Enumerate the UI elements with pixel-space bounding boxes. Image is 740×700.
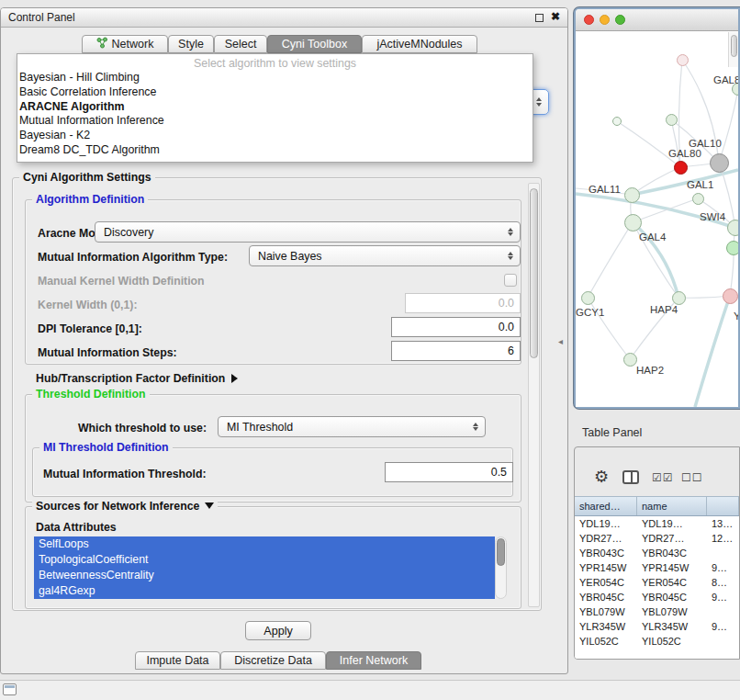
mi-threshold-group-title: MI Threshold Definition [39, 441, 173, 454]
tab-discretize-data[interactable]: Discretize Data [220, 651, 326, 670]
cell: 13… [707, 516, 739, 531]
attribute-list-item[interactable]: BetweennessCentrality [34, 568, 495, 583]
combo-arrows-icon [473, 423, 478, 432]
deselect-all-columns-icon[interactable]: ☐☐ [681, 471, 703, 484]
aracne-mode-value: Discovery [104, 226, 153, 239]
network-node-gray[interactable] [710, 153, 729, 173]
settings-scrollbar[interactable] [528, 183, 540, 607]
column-header-name[interactable]: name [637, 497, 707, 515]
table-row[interactable]: YBR045C YBR045C 9… [575, 590, 739, 604]
close-icon[interactable]: ✖ [551, 10, 560, 23]
network-node[interactable] [727, 220, 738, 236]
table-panel-window: ⚙ ☑☑ ☐☐ shared… name YDL19… YDL19… 13… Y… [574, 446, 740, 660]
tab-label: Infer Network [340, 654, 408, 667]
network-node[interactable] [624, 214, 642, 231]
column-header-clipped[interactable] [707, 497, 739, 515]
table-row[interactable]: YDL19… YDL19… 13… [575, 516, 739, 531]
mi-steps-value: 6 [508, 344, 514, 357]
table-row[interactable]: YBR043C YBR043C [575, 546, 739, 560]
cell: YDL19… [575, 516, 637, 531]
kernel-width-label: Kernel Width (0,1): [38, 299, 138, 311]
dropdown-item[interactable]: Bayesian - K2 [17, 129, 533, 143]
table-row[interactable]: YLR345W YLR345W 9… [575, 619, 739, 634]
network-node[interactable] [612, 117, 622, 126]
network-node[interactable] [677, 54, 689, 66]
cyni-settings-group-title: Cyni Algorithm Settings [19, 171, 155, 184]
mi-threshold-field[interactable]: 0.5 [385, 462, 513, 482]
dropdown-item[interactable]: Basic Correlation Inference [17, 85, 533, 100]
tab-cyni-toolbox[interactable]: Cyni Toolbox [267, 35, 362, 53]
tab-style[interactable]: Style [168, 35, 214, 53]
mi-steps-field[interactable]: 6 [391, 341, 521, 361]
tab-jactivemnodules[interactable]: jActiveMNodules [362, 35, 477, 53]
attribute-list-item[interactable]: gal4RGexp [34, 583, 495, 599]
tab-impute-data[interactable]: Impute Data [135, 651, 220, 670]
select-all-columns-icon[interactable]: ☑☑ [652, 471, 674, 484]
network-window-titlebar[interactable] [576, 9, 738, 31]
table-row[interactable]: YPR145W YPR145W 9… [575, 560, 739, 575]
panel-splitter-handle[interactable]: ◂ [558, 336, 563, 346]
manual-kernel-checkbox[interactable] [504, 274, 517, 287]
settings-scrollbar-thumb[interactable] [530, 188, 538, 358]
apply-button[interactable]: Apply [245, 621, 311, 640]
dropdown-item[interactable]: Bayesian - Hill Climbing [17, 71, 533, 85]
close-traffic-light[interactable] [584, 15, 594, 25]
attribute-list-scrollbar[interactable] [495, 536, 507, 599]
network-node[interactable] [726, 241, 738, 255]
mi-threshold-label: Mutual Information Threshold: [43, 468, 207, 480]
attribute-list-item[interactable]: SelfLoops [34, 536, 495, 552]
network-node[interactable] [624, 187, 640, 203]
column-header-shared-name[interactable]: shared… [575, 497, 637, 515]
dropdown-item-selected[interactable]: ARACNE Algorithm [17, 100, 533, 115]
network-canvas[interactable]: GAL8 GAL80 GAL10 GAL11 GAL1 SWI4 GAL4 GC… [576, 32, 738, 407]
table-header-row: shared… name [575, 496, 739, 516]
dropdown-item[interactable]: Dream8 DC_TDC Algorithm [17, 143, 533, 158]
data-attributes-label: Data Attributes [36, 521, 117, 534]
attribute-list-item[interactable]: TopologicalCoefficient [34, 552, 495, 568]
cell: 9… [707, 590, 739, 604]
network-scrollbar[interactable] [728, 32, 738, 67]
control-panel-title: Control Panel [8, 11, 75, 24]
node-label: GAL10 [689, 138, 722, 149]
network-node-red[interactable] [674, 161, 688, 175]
network-node-pink[interactable] [723, 288, 738, 304]
table-row[interactable]: YIL052C YIL052C [575, 634, 739, 649]
network-node[interactable] [581, 291, 595, 305]
sources-group-toggle[interactable]: Sources for Network Inference [32, 500, 218, 513]
minimized-panel-icon[interactable] [3, 683, 17, 695]
node-label: HAP2 [636, 365, 664, 376]
mi-type-combo[interactable]: Naive Bayes [249, 245, 521, 266]
expand-right-icon [231, 374, 238, 383]
hub-section-toggle[interactable]: Hub/Transcription Factor Definition [36, 372, 238, 385]
float-window-icon[interactable] [535, 14, 544, 22]
cell: YER054C [575, 575, 637, 590]
node-label: GAL1 [687, 179, 713, 190]
control-panel-titlebar[interactable]: Control Panel ✖ [1, 8, 567, 28]
network-node[interactable] [672, 291, 686, 305]
tab-select[interactable]: Select [214, 35, 267, 53]
tab-infer-network[interactable]: Infer Network [326, 651, 421, 670]
dpi-tolerance-field[interactable]: 0.0 [391, 317, 521, 337]
tab-network[interactable]: Network [82, 35, 168, 53]
threshold-definition-title: Threshold Definition [32, 388, 150, 401]
network-node[interactable] [623, 353, 637, 367]
dropdown-item[interactable]: Mutual Information Inference [17, 114, 533, 129]
node-label: GAL80 [668, 148, 701, 159]
table-row[interactable]: YDR27… YDR27… 12… [575, 531, 739, 546]
manual-kernel-label: Manual Kernel Width Definition [38, 275, 205, 288]
network-scrollbar-thumb[interactable] [731, 35, 737, 57]
minimize-traffic-light[interactable] [600, 15, 610, 25]
combo-arrows-icon [508, 228, 513, 237]
mi-steps-label: Mutual Information Steps: [38, 346, 177, 359]
tab-label: jActiveMNodules [376, 38, 462, 51]
table-row[interactable]: YER054C YER054C 8… [575, 575, 739, 590]
table-row[interactable]: YBL079W YBL079W [575, 604, 739, 619]
gear-icon[interactable]: ⚙ [594, 467, 609, 487]
zoom-traffic-light[interactable] [615, 15, 625, 25]
show-columns-icon[interactable] [622, 470, 639, 484]
which-threshold-combo[interactable]: MI Threshold [218, 416, 486, 437]
attribute-list-scrollbar-thumb[interactable] [497, 538, 505, 566]
network-node[interactable] [666, 114, 678, 126]
aracne-mode-combo[interactable]: Discovery [95, 221, 521, 243]
network-node[interactable] [692, 193, 704, 205]
